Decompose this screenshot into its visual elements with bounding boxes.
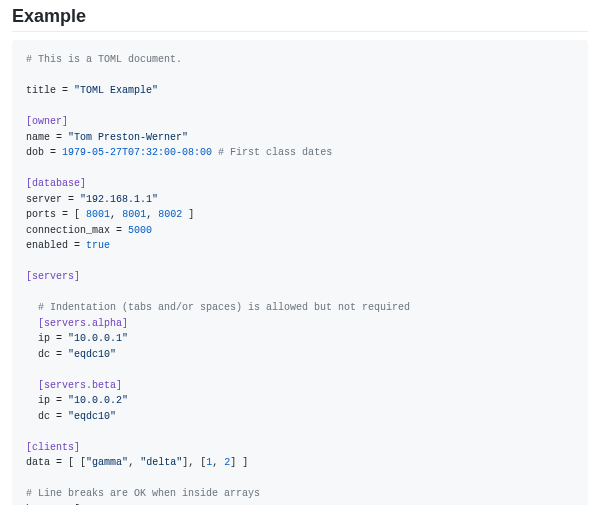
beta-ip-value: "10.0.0.2" (68, 395, 128, 406)
db-connmax-equals: = (116, 225, 122, 236)
clients-header: [clients] (26, 442, 80, 453)
alpha-ip-value: "10.0.0.1" (68, 333, 128, 344)
alpha-dc-key: dc (38, 349, 50, 360)
alpha-dc-equals: = (56, 349, 62, 360)
clients-data-open: [ (68, 457, 74, 468)
alpha-ip-equals: = (56, 333, 62, 344)
clients-data-c2: , (188, 457, 194, 468)
db-connmax-key: connection_max (26, 225, 110, 236)
db-server-value: "192.168.1.1" (80, 194, 158, 205)
section-heading: Example (12, 6, 588, 32)
beta-dc-equals: = (56, 411, 62, 422)
db-enabled-value: true (86, 240, 110, 251)
owner-dob-key: dob (26, 147, 44, 158)
clients-data-key: data (26, 457, 50, 468)
title-value: "TOML Example" (74, 85, 158, 96)
clients-data-c1: , (128, 457, 134, 468)
comment-hosts: # Line breaks are OK when inside arrays (26, 488, 260, 499)
database-header: [database] (26, 178, 86, 189)
beta-dc-key: dc (38, 411, 50, 422)
db-ports-c1: , (110, 209, 116, 220)
clients-data-equals: = (56, 457, 62, 468)
alpha-dc-value: "eqdc10" (68, 349, 116, 360)
owner-dob-value: 1979-05-27T07:32:00-08:00 (62, 147, 212, 158)
title-key: title (26, 85, 56, 96)
beta-ip-equals: = (56, 395, 62, 406)
db-ports-c2: , (146, 209, 152, 220)
beta-dc-value: "eqdc10" (68, 411, 116, 422)
owner-dob-equals: = (50, 147, 56, 158)
db-server-key: server (26, 194, 62, 205)
comment-dob: # First class dates (218, 147, 332, 158)
clients-data-c3: , (212, 457, 218, 468)
owner-name-value: "Tom Preston-Werner" (68, 132, 188, 143)
db-ports-open: [ (74, 209, 80, 220)
comment-indentation: # Indentation (tabs and/or spaces) is al… (38, 302, 410, 313)
clients-data-v1: "gamma" (86, 457, 128, 468)
db-ports-close: ] (188, 209, 194, 220)
db-ports-v2: 8001 (122, 209, 146, 220)
db-ports-v3: 8002 (158, 209, 182, 220)
toml-code-block: # This is a TOML document. title = "TOML… (12, 40, 588, 505)
servers-header: [servers] (26, 271, 80, 282)
clients-data-inner2-close: ] (230, 457, 236, 468)
db-ports-v1: 8001 (86, 209, 110, 220)
owner-header: [owner] (26, 116, 68, 127)
servers-alpha-header: [servers.alpha] (38, 318, 128, 329)
db-connmax-value: 5000 (128, 225, 152, 236)
comment-top: # This is a TOML document. (26, 54, 182, 65)
example-section: Example # This is a TOML document. title… (0, 0, 600, 505)
db-ports-equals: = (62, 209, 68, 220)
title-equals: = (62, 85, 68, 96)
clients-data-v2: "delta" (140, 457, 182, 468)
db-enabled-key: enabled (26, 240, 68, 251)
db-ports-key: ports (26, 209, 56, 220)
clients-data-close: ] (242, 457, 248, 468)
owner-name-equals: = (56, 132, 62, 143)
db-enabled-equals: = (74, 240, 80, 251)
alpha-ip-key: ip (38, 333, 50, 344)
db-server-equals: = (68, 194, 74, 205)
owner-name-key: name (26, 132, 50, 143)
servers-beta-header: [servers.beta] (38, 380, 122, 391)
beta-ip-key: ip (38, 395, 50, 406)
